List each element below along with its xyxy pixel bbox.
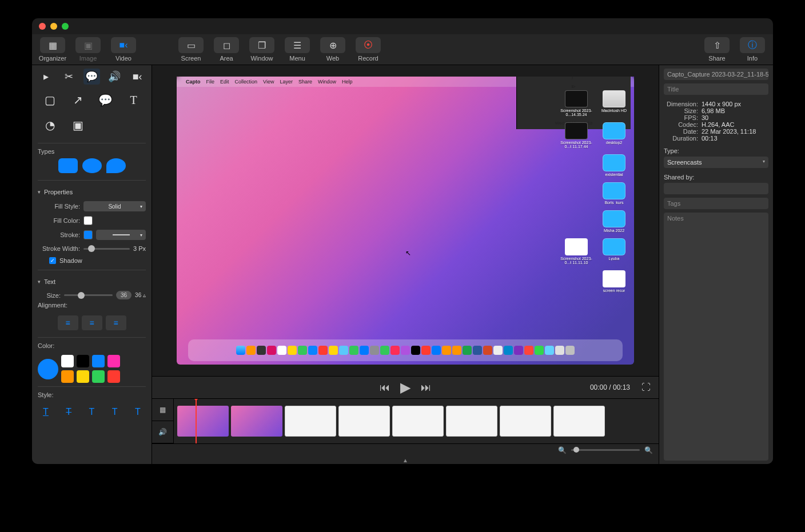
color-pink[interactable] bbox=[107, 355, 120, 367]
filesize-value: 6,98 MB bbox=[702, 107, 725, 114]
title-field[interactable]: Title bbox=[664, 83, 768, 95]
tool-image[interactable]: ▣ bbox=[66, 114, 90, 136]
color-white[interactable] bbox=[61, 355, 74, 367]
fill-color-swatch[interactable] bbox=[83, 216, 93, 225]
tab-camera-icon[interactable]: ■‹ bbox=[129, 69, 146, 85]
close-icon[interactable] bbox=[39, 23, 46, 30]
tab-annotate-icon[interactable]: 💬 bbox=[83, 69, 101, 85]
color-orange[interactable] bbox=[61, 370, 74, 383]
style-plain-button[interactable]: T bbox=[84, 405, 100, 419]
fill-style-label: Fill Style: bbox=[38, 203, 80, 210]
stroke-style-select[interactable] bbox=[96, 230, 146, 240]
shared-by-field[interactable] bbox=[664, 183, 768, 194]
share-button[interactable]: ⇧Share bbox=[701, 35, 733, 64]
timeline-thumb[interactable] bbox=[500, 406, 551, 437]
stroke-color-swatch[interactable] bbox=[83, 230, 93, 239]
type-speech-3[interactable] bbox=[106, 158, 126, 173]
shadow-checkbox[interactable]: ✓ bbox=[49, 257, 56, 264]
window-icon: ❐ bbox=[258, 40, 266, 51]
stroke-width-label: Stroke Width: bbox=[38, 245, 80, 252]
zoom-in-icon[interactable]: 🔍 bbox=[644, 446, 653, 454]
color-selected-swatch[interactable] bbox=[38, 359, 58, 379]
step-back-button[interactable]: ⏮ bbox=[380, 382, 390, 394]
timeline-track[interactable] bbox=[174, 399, 659, 443]
grid-icon: ▦ bbox=[49, 40, 57, 51]
style-shadow-button[interactable]: T bbox=[130, 405, 146, 419]
expand-arrow[interactable]: ▲ bbox=[152, 456, 659, 464]
fill-style-select[interactable]: Solid bbox=[83, 201, 146, 211]
tool-blur[interactable]: ◔ bbox=[38, 114, 62, 136]
zoom-icon[interactable] bbox=[62, 23, 69, 30]
menu-edit: Edit bbox=[220, 79, 229, 85]
playback-time: 00:00 / 00:13 bbox=[590, 383, 630, 391]
screen-button[interactable]: ▭Screen bbox=[175, 35, 207, 64]
info-button[interactable]: ⓘInfo bbox=[736, 35, 768, 64]
date-value: 22 Mar 2023, 11:18 bbox=[702, 128, 756, 135]
tab-player-icon[interactable]: ▸ bbox=[38, 69, 55, 85]
style-strike-button[interactable]: T bbox=[61, 405, 77, 419]
tab-audio-icon[interactable]: 🔊 bbox=[106, 69, 123, 85]
web-button[interactable]: ⊕Web bbox=[317, 35, 349, 64]
timeline-thumb[interactable] bbox=[338, 406, 390, 437]
record-label: Record bbox=[358, 55, 378, 62]
tool-arrow[interactable]: ↗ bbox=[66, 89, 90, 111]
zoom-slider[interactable] bbox=[571, 449, 640, 451]
filename-field[interactable]: Capto_Capture 2023-03-22_11-18-5 bbox=[664, 69, 768, 80]
style-underline-button[interactable]: T bbox=[38, 405, 54, 419]
properties-disclosure[interactable]: Properties bbox=[38, 189, 146, 195]
tags-field[interactable]: Tags bbox=[664, 198, 768, 209]
type-select[interactable]: Screencasts bbox=[664, 157, 768, 168]
text-size-slider[interactable] bbox=[64, 291, 113, 299]
tool-callout[interactable]: 💬 bbox=[94, 89, 118, 111]
timeline-thumb[interactable] bbox=[446, 406, 497, 437]
notes-field[interactable]: Notes bbox=[664, 213, 768, 461]
track-audio-button[interactable]: 🔊 bbox=[152, 421, 173, 443]
playback-bar: ⏮ ▶ ⏭ 00:00 / 00:13 ⛶ bbox=[152, 376, 659, 399]
video-preview-canvas[interactable]: Capto File Edit Collection View Layer Sh… bbox=[177, 77, 634, 365]
style-outline-button[interactable]: T bbox=[107, 405, 123, 419]
timeline-thumb[interactable] bbox=[285, 406, 336, 437]
image-button[interactable]: ▣ Image bbox=[72, 35, 104, 64]
zoom-out-icon[interactable]: 🔍 bbox=[558, 446, 567, 454]
zoom-bar: 🔍 🔍 bbox=[152, 443, 659, 456]
tab-cut-icon[interactable]: ✂ bbox=[61, 69, 78, 85]
timeline-thumb[interactable] bbox=[177, 406, 229, 437]
menu-icon: ☰ bbox=[293, 40, 301, 51]
video-button[interactable]: ■‹ Video bbox=[107, 35, 140, 64]
text-disclosure[interactable]: Text bbox=[38, 278, 146, 285]
menu-help: Help bbox=[342, 79, 353, 85]
align-left-button[interactable]: ≡ bbox=[58, 315, 78, 330]
minimize-icon[interactable] bbox=[50, 23, 57, 30]
type-speech-2[interactable] bbox=[82, 158, 102, 173]
color-black[interactable] bbox=[77, 355, 89, 367]
stroke-width-slider[interactable] bbox=[83, 245, 130, 253]
playhead[interactable] bbox=[196, 399, 197, 443]
play-button[interactable]: ▶ bbox=[400, 379, 411, 395]
info-icon: ⓘ bbox=[748, 39, 757, 51]
record-button[interactable]: ⦿Record bbox=[352, 35, 384, 64]
titlebar bbox=[32, 18, 773, 34]
tool-text[interactable]: T bbox=[121, 89, 146, 111]
align-center-button[interactable]: ≡ bbox=[82, 315, 102, 330]
timeline-thumb[interactable] bbox=[553, 406, 605, 437]
color-yellow[interactable] bbox=[77, 370, 89, 383]
duration-label: Duration: bbox=[664, 135, 698, 142]
color-green[interactable] bbox=[92, 370, 105, 383]
menu-collection: Collection bbox=[235, 79, 258, 85]
text-size-stepper[interactable]: 36 ▵ bbox=[135, 292, 146, 298]
fullscreen-button[interactable]: ⛶ bbox=[641, 382, 651, 393]
track-video-button[interactable]: ▦ bbox=[152, 399, 173, 421]
menu-capture-button[interactable]: ☰Menu bbox=[281, 35, 313, 64]
timeline-thumb[interactable] bbox=[392, 406, 444, 437]
step-forward-button[interactable]: ⏭ bbox=[421, 382, 431, 394]
color-red[interactable] bbox=[107, 370, 120, 383]
window-capture-button[interactable]: ❐Window bbox=[246, 35, 278, 64]
tool-rect[interactable]: ▢ bbox=[38, 89, 62, 111]
organizer-button[interactable]: ▦ Organizer bbox=[37, 35, 69, 64]
timeline-thumb[interactable] bbox=[231, 406, 282, 437]
area-button[interactable]: ◻Area bbox=[210, 35, 242, 64]
type-speech-1[interactable] bbox=[58, 158, 78, 173]
color-blue[interactable] bbox=[92, 355, 105, 367]
cursor-icon: ↖ bbox=[405, 249, 411, 257]
align-right-button[interactable]: ≡ bbox=[106, 315, 126, 330]
